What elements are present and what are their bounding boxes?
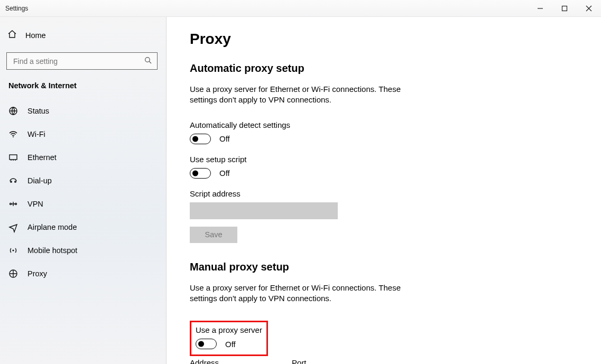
- sidebar-item-label: Airplane mode: [27, 223, 77, 231]
- home-icon: [7, 30, 17, 41]
- sidebar-item-wifi[interactable]: Wi-Fi: [0, 123, 166, 146]
- sidebar-item-hotspot[interactable]: Mobile hotspot: [0, 239, 166, 262]
- proxy-icon: [8, 269, 18, 278]
- maximize-button[interactable]: [552, 0, 577, 17]
- airplane-icon: [8, 222, 18, 232]
- sidebar-home[interactable]: Home: [0, 30, 166, 52]
- auto-desc: Use a proxy server for Ethernet or Wi-Fi…: [190, 84, 422, 106]
- script-address-label: Script address: [190, 189, 578, 198]
- vpn-icon: [8, 199, 18, 209]
- category-label: Network & Internet: [0, 81, 166, 99]
- sidebar-item-label: Status: [27, 107, 49, 115]
- close-button[interactable]: [577, 0, 601, 17]
- auto-detect-label: Automatically detect settings: [190, 120, 578, 129]
- home-label: Home: [25, 31, 46, 40]
- setup-script-state: Off: [219, 169, 230, 178]
- minimize-button[interactable]: [528, 0, 552, 17]
- svg-point-11: [10, 203, 12, 205]
- sidebar-item-label: Ethernet: [27, 153, 57, 162]
- sidebar-item-label: Mobile hotspot: [27, 246, 77, 255]
- sidebar-item-dialup[interactable]: Dial-up: [0, 169, 166, 192]
- sidebar-item-label: Dial-up: [27, 176, 52, 185]
- main-content: Proxy Automatic proxy setup Use a proxy …: [167, 17, 601, 364]
- svg-point-4: [145, 58, 150, 62]
- svg-point-9: [11, 181, 12, 183]
- svg-point-12: [15, 203, 17, 205]
- setup-script-label: Use setup script: [190, 155, 578, 164]
- titlebar: Settings: [0, 0, 601, 17]
- sidebar-item-airplane[interactable]: Airplane mode: [0, 216, 166, 239]
- search-input[interactable]: [6, 52, 158, 70]
- auto-detect-toggle[interactable]: [190, 134, 211, 144]
- window-title: Settings: [0, 5, 28, 12]
- use-proxy-state: Off: [225, 340, 236, 349]
- script-address-input: [190, 202, 338, 219]
- manual-desc: Use a proxy server for Ethernet or Wi-Fi…: [190, 283, 422, 304]
- svg-rect-8: [10, 155, 17, 160]
- auto-heading: Automatic proxy setup: [190, 62, 578, 74]
- use-proxy-toggle[interactable]: [196, 339, 217, 349]
- svg-line-5: [149, 61, 151, 63]
- ethernet-icon: [8, 153, 18, 162]
- svg-point-13: [12, 249, 14, 251]
- sidebar-item-ethernet[interactable]: Ethernet: [0, 146, 166, 169]
- search-field[interactable]: [12, 57, 144, 66]
- highlighted-callout: Use a proxy server Off: [190, 321, 268, 356]
- dialup-icon: [8, 176, 18, 185]
- wifi-icon: [8, 129, 18, 139]
- sidebar-item-label: VPN: [27, 200, 43, 208]
- sidebar: Home Network & Internet Status: [0, 17, 167, 364]
- sidebar-item-label: Proxy: [27, 269, 47, 278]
- page-title: Proxy: [190, 31, 578, 48]
- port-label: Port: [292, 358, 307, 364]
- globe-icon: [8, 106, 18, 116]
- address-label: Address: [190, 358, 219, 364]
- sidebar-item-label: Wi-Fi: [27, 130, 45, 138]
- svg-point-7: [13, 136, 14, 137]
- svg-rect-1: [562, 6, 567, 11]
- hotspot-icon: [8, 246, 18, 255]
- manual-heading: Manual proxy setup: [190, 261, 578, 273]
- svg-point-10: [15, 181, 16, 183]
- sidebar-item-proxy[interactable]: Proxy: [0, 262, 166, 285]
- auto-detect-state: Off: [219, 134, 230, 143]
- sidebar-item-status[interactable]: Status: [0, 99, 166, 123]
- use-proxy-label: Use a proxy server: [196, 325, 262, 334]
- save-button: Save: [190, 227, 237, 243]
- search-icon: [144, 57, 152, 66]
- setup-script-toggle[interactable]: [190, 168, 211, 179]
- sidebar-item-vpn[interactable]: VPN: [0, 192, 166, 216]
